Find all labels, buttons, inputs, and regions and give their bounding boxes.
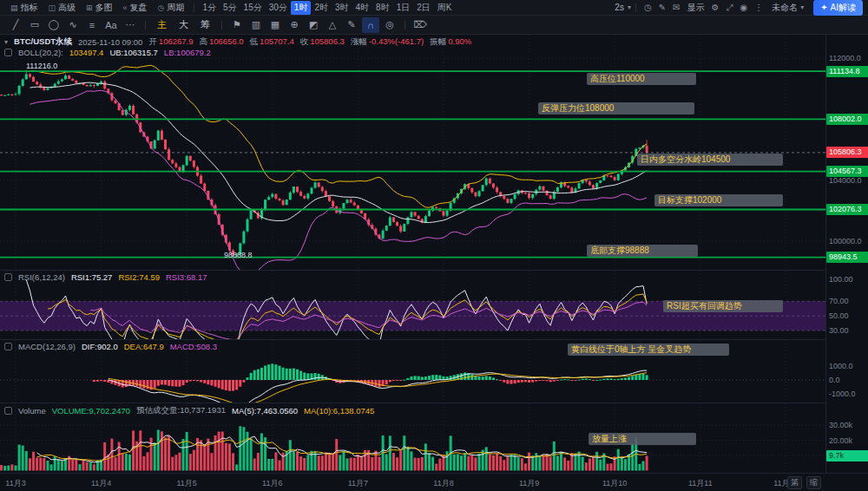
price-tick-label: 104000.0: [829, 176, 862, 185]
timeframe-5分[interactable]: 5分: [220, 1, 240, 15]
delete-all-button[interactable]: ⌦: [411, 17, 429, 33]
chart-annotation[interactable]: 高压位110000: [587, 73, 696, 85]
timeframe-4时[interactable]: 4时: [352, 1, 373, 15]
chart-area[interactable]: ▾ BTC/USDT永续 2025-11-10 09:00 开106267.9 …: [0, 35, 868, 491]
price-axis[interactable]: 112000.0104000.0100000.0111134.8108002.0…: [825, 35, 868, 491]
macd-panel[interactable]: MACD(12,26,9) DIF:902.0 DEA:647.9 MACD:5…: [0, 339, 868, 403]
volume-label[interactable]: Volume: [18, 406, 46, 416]
time-axis[interactable]: 11月311月411月511月611月711月811月911月1011月1111…: [0, 473, 868, 491]
divider: [635, 3, 636, 12]
timeframe-2时[interactable]: 2时: [311, 1, 332, 15]
fib-tool[interactable]: ≡: [83, 17, 101, 33]
measure-tool[interactable]: △: [324, 17, 341, 33]
wave-tool[interactable]: ∿: [64, 17, 82, 33]
boll-label[interactable]: BOLL(20,2):: [18, 48, 63, 57]
current-volume-tag[interactable]: 9.7k: [826, 450, 868, 462]
high-value: 106656.0: [209, 36, 244, 48]
chat-icon[interactable]: ✉: [669, 3, 683, 12]
style-chips[interactable]: 筹: [195, 18, 215, 31]
style-main[interactable]: 主: [152, 18, 172, 31]
counter-tool[interactable]: ⊕: [286, 17, 303, 33]
timeframe-周K[interactable]: 周K: [434, 1, 456, 15]
timeframe-3时[interactable]: 3时: [332, 1, 352, 15]
timeframe-15分[interactable]: 15分: [240, 1, 266, 15]
advanced-menu[interactable]: ◫高级: [43, 2, 82, 14]
macd-info-bar: MACD(12,26,9) DIF:902.0 DEA:647.9 MACD:5…: [4, 342, 217, 351]
level-price-tag[interactable]: 104567.3: [826, 166, 868, 177]
refresh-interval-button[interactable]: 2s: [611, 3, 628, 12]
level-price-tag[interactable]: 98943.5: [826, 252, 868, 263]
divider: [145, 21, 146, 29]
alert-icon[interactable]: ◷: [641, 3, 655, 12]
boll-ub-value: UB:106315.7: [109, 48, 157, 57]
fullscreen-icon[interactable]: ⤢: [722, 3, 736, 13]
corner-button-2[interactable]: 缩: [806, 476, 821, 489]
chart-annotation[interactable]: 黄白线位于0轴上方 呈金叉趋势: [568, 344, 729, 356]
symbol-info-bar: ▾ BTC/USDT永续 2025-11-10 09:00 开106267.9 …: [4, 36, 471, 48]
layout-name-button[interactable]: 未命名▾: [766, 2, 809, 14]
timeframe-8时[interactable]: 8时: [372, 1, 393, 15]
replay-menu[interactable]: «复盘: [118, 2, 153, 14]
macd-tick-label: -1000.0: [829, 390, 856, 398]
visibility-tool[interactable]: ◎: [381, 17, 398, 33]
corner-button-1[interactable]: 第: [787, 476, 802, 489]
price-marker: 111216.0: [26, 62, 57, 70]
compare-tool[interactable]: ▥: [247, 17, 265, 33]
period-menu[interactable]: ◷周期: [153, 2, 190, 14]
volume-tick-label: 30.00k: [829, 421, 852, 429]
change-value: -0.43%(-461.7): [369, 36, 424, 48]
rectangle-tool[interactable]: ▭: [26, 17, 43, 33]
brush-tool[interactable]: ✎: [343, 17, 360, 33]
flag-tool[interactable]: ⚑: [228, 17, 246, 33]
level-price-tag[interactable]: 102076.3: [826, 204, 868, 215]
indicator-icon[interactable]: [4, 49, 12, 56]
layout-name-label: 未命名: [772, 2, 798, 14]
display-button[interactable]: 显示: [683, 2, 707, 14]
edit-icon[interactable]: ✎: [655, 3, 669, 12]
last-price-tag[interactable]: 105806.3: [826, 147, 868, 158]
magnet-tool[interactable]: ∩: [362, 17, 379, 33]
main-price-panel[interactable]: ▾ BTC/USDT永续 2025-11-10 09:00 开106267.9 …: [0, 35, 868, 270]
price-marker: 98888.8: [224, 251, 253, 259]
timeframe-1时[interactable]: 1时: [291, 1, 312, 15]
macd-label[interactable]: MACD(12,26,9): [18, 342, 76, 351]
chart-annotation[interactable]: 日内多空分水岭104500: [637, 154, 783, 166]
timeframe-30分[interactable]: 30分: [266, 1, 291, 15]
multichart-menu[interactable]: ⊞多图: [81, 2, 118, 14]
ai-analysis-button[interactable]: ✦AI解读: [813, 0, 863, 16]
indicator-icon[interactable]: [4, 273, 12, 281]
chart-annotation[interactable]: 放量上涨: [589, 433, 696, 445]
indicator-menu-icon: ▤: [10, 3, 18, 12]
rsi-label[interactable]: RSI(6,12,24): [18, 272, 65, 282]
time-axis-label: 11月9: [519, 478, 539, 489]
camera-icon[interactable]: ◉: [736, 3, 751, 12]
collapse-icon[interactable]: ▾: [4, 38, 8, 46]
indicator-icon[interactable]: [4, 343, 12, 350]
timeframe-1日[interactable]: 1日: [393, 1, 414, 15]
main-chart-canvas[interactable]: [0, 35, 825, 270]
more-tools-button[interactable]: ⋯: [122, 17, 139, 33]
more-icon[interactable]: ⋮: [751, 3, 766, 12]
timeframe-2日[interactable]: 2日: [413, 1, 434, 15]
settings-icon[interactable]: ⚙: [707, 3, 722, 12]
chart-annotation[interactable]: 反弹压力位108000: [538, 102, 694, 115]
timeframe-1分[interactable]: 1分: [199, 1, 220, 15]
text-tool[interactable]: Aa: [102, 17, 120, 33]
grid-tool[interactable]: ▦: [266, 17, 284, 33]
chart-annotation[interactable]: RSI超买有回调趋势: [663, 300, 783, 312]
style-large[interactable]: 大: [174, 18, 194, 31]
rsi2-value: RSI2:74.59: [118, 272, 160, 282]
indicator-icon[interactable]: [4, 407, 12, 415]
trendline-tool[interactable]: ╱: [7, 17, 24, 33]
symbol-name[interactable]: BTC/USDT永续: [14, 36, 72, 48]
eraser-tool[interactable]: ◩: [305, 17, 322, 33]
volume-panel[interactable]: Volume VOLUME:9,702.2470 预估成交量:10,737.19…: [0, 403, 868, 473]
indicator-menu[interactable]: ▤指标: [5, 2, 43, 14]
advanced-menu-icon: ◫: [49, 3, 56, 12]
chart-annotation[interactable]: 目标支撑102000: [654, 194, 783, 206]
ellipse-tool[interactable]: ◯: [45, 17, 62, 33]
chart-annotation[interactable]: 底部支撑98888: [587, 245, 698, 257]
macd-tick-label: 1000.0: [829, 362, 853, 370]
level-price-tag[interactable]: 108002.0: [826, 114, 868, 125]
level-price-tag[interactable]: 111134.8: [826, 66, 868, 77]
